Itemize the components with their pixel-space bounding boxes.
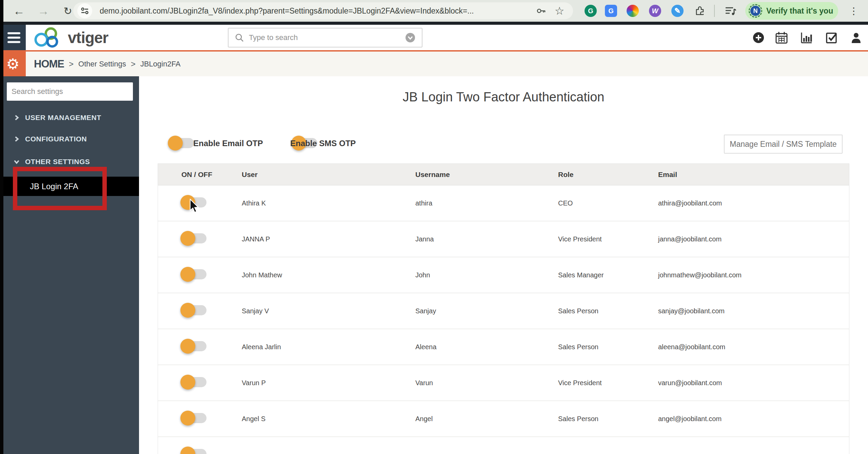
cell-email: athira@joobilant.com bbox=[658, 199, 849, 207]
back-icon[interactable]: ← bbox=[9, 0, 28, 22]
email-otp-toggle[interactable] bbox=[169, 138, 194, 148]
table-row: Aleena JarlinAleenaSales Personaleena@jo… bbox=[158, 329, 849, 365]
tasks-checkbox-icon[interactable] bbox=[822, 25, 841, 50]
settings-search-input[interactable] bbox=[7, 82, 133, 101]
url-text[interactable]: demo.joobilant.com/JBLogin2fa_V8/index.p… bbox=[100, 2, 474, 19]
google-translate-extension-icon[interactable]: G bbox=[605, 5, 617, 17]
main-content: JB Login Two Factor Authentication Enabl… bbox=[139, 76, 868, 454]
calendar-icon[interactable] bbox=[772, 25, 791, 50]
toggle-knob bbox=[180, 267, 195, 282]
chevron-right-icon bbox=[14, 136, 20, 142]
profile-avatar: N bbox=[749, 4, 762, 18]
sidebar-section-label: USER MANAGEMENT bbox=[25, 114, 101, 122]
site-info-icon[interactable] bbox=[77, 3, 92, 18]
extensions-puzzle-icon[interactable] bbox=[693, 5, 707, 17]
app-header: vtiger bbox=[0, 25, 868, 52]
row-toggle[interactable] bbox=[181, 413, 206, 423]
column-header: User bbox=[242, 171, 415, 179]
chevron-down-icon bbox=[14, 159, 20, 165]
row-toggle[interactable] bbox=[181, 233, 206, 243]
cell-role: Sales Person bbox=[558, 415, 658, 423]
sidebar-section-configuration[interactable]: CONFIGURATION bbox=[0, 131, 139, 147]
reports-chart-icon[interactable] bbox=[797, 25, 816, 50]
cell-email: angel@joobilant.com bbox=[658, 415, 849, 423]
sms-otp-label: Enable SMS OTP bbox=[290, 133, 356, 154]
vtiger-cloud-icon bbox=[31, 27, 65, 48]
sidebar-section-label: CONFIGURATION bbox=[25, 135, 87, 143]
users-2fa-table: ON / OFFUserUsernameRoleEmail Athira Kat… bbox=[158, 163, 849, 454]
cell-role: Sales Person bbox=[558, 307, 658, 315]
browser-menu-icon[interactable]: ⋮ bbox=[847, 0, 861, 22]
global-search-input[interactable] bbox=[248, 33, 405, 42]
quick-create-icon[interactable] bbox=[749, 25, 768, 50]
row-toggle[interactable] bbox=[181, 197, 206, 208]
settings-gear-icon[interactable]: ⚙ bbox=[0, 52, 26, 76]
settings-sidebar: USER MANAGEMENT CONFIGURATION OTHER SETT… bbox=[0, 76, 139, 454]
toggle-knob bbox=[180, 231, 195, 246]
row-toggle[interactable] bbox=[181, 377, 206, 387]
manage-template-button[interactable]: Manage Email / SMS Template bbox=[724, 135, 843, 154]
cell-toggle bbox=[181, 449, 242, 454]
pen-extension-icon[interactable]: ✎ bbox=[671, 5, 684, 17]
cell-username: Angel bbox=[415, 415, 558, 423]
cell-user: Angel S bbox=[242, 415, 415, 423]
table-row-partial bbox=[158, 437, 849, 454]
breadcrumb-separator: > bbox=[131, 59, 136, 69]
toolbar-separator bbox=[714, 5, 715, 17]
toggle-knob bbox=[180, 447, 195, 454]
page-title: JB Login Two Factor Authentication bbox=[158, 90, 849, 104]
table-row: John MathewJohnSales Managerjohnmathew@j… bbox=[158, 257, 849, 293]
hamburger-menu-button[interactable] bbox=[0, 25, 26, 50]
column-header: Email bbox=[658, 171, 849, 179]
search-scope-dropdown-icon[interactable] bbox=[405, 32, 416, 43]
verify-label: Verify that it's you bbox=[766, 6, 833, 16]
row-toggle[interactable] bbox=[181, 449, 206, 454]
cell-toggle bbox=[181, 341, 242, 353]
weava-extension-icon[interactable]: W bbox=[649, 5, 661, 17]
table-row: Sanjay VSanjaySales Personsanjay@joobila… bbox=[158, 293, 849, 329]
row-toggle[interactable] bbox=[181, 305, 206, 315]
bookmark-star-icon[interactable]: ☆ bbox=[552, 5, 567, 17]
screen: ← → ↻ demo.joobilant.com/JBLogin2fa_V8/i… bbox=[0, 0, 868, 454]
toggle-knob bbox=[180, 195, 195, 210]
breadcrumb-section[interactable]: Other Settings bbox=[78, 60, 126, 68]
cell-email: johnmathew@joobilant.com bbox=[658, 271, 849, 279]
address-bar[interactable]: demo.joobilant.com/JBLogin2fa_V8/index.p… bbox=[73, 2, 573, 19]
breadcrumb-separator: > bbox=[69, 59, 74, 69]
password-key-icon[interactable] bbox=[534, 5, 549, 17]
table-row: Athira KathiraCEOathira@joobilant.com bbox=[158, 185, 849, 221]
toggle-knob bbox=[180, 339, 195, 354]
otp-controls: Enable Email OTP Enable SMS OTP bbox=[139, 133, 546, 154]
table-row: Varun PVarunVice Presidentvarun@joobilan… bbox=[158, 365, 849, 401]
search-icon bbox=[235, 33, 244, 42]
breadcrumb-home[interactable]: HOME bbox=[34, 58, 64, 70]
cell-toggle bbox=[181, 305, 242, 317]
row-toggle[interactable] bbox=[181, 269, 206, 279]
screen-left-edge bbox=[0, 0, 3, 454]
table-row: JANNA PJannaVice Presidentjanna@joobilan… bbox=[158, 221, 849, 257]
user-profile-icon[interactable] bbox=[847, 25, 866, 50]
global-search-box[interactable] bbox=[228, 28, 422, 47]
verify-identity-button[interactable]: N Verify that it's you bbox=[745, 2, 838, 20]
cell-email: janna@joobilant.com bbox=[658, 235, 849, 243]
vtiger-logo[interactable]: vtiger bbox=[31, 27, 108, 48]
cell-email: varun@joobilant.com bbox=[658, 379, 849, 387]
chevron-right-icon bbox=[14, 115, 20, 121]
sidebar-section-user-management[interactable]: USER MANAGEMENT bbox=[0, 110, 139, 126]
color-wheel-extension-icon[interactable] bbox=[627, 5, 639, 17]
avatar-initial: N bbox=[750, 6, 761, 16]
red-highlight-annotation bbox=[13, 167, 107, 210]
cell-email: sanjay@joobilant.com bbox=[658, 307, 849, 315]
toggle-knob bbox=[168, 136, 183, 151]
breadcrumb-page[interactable]: JBLogin2FA bbox=[140, 60, 181, 68]
cell-toggle bbox=[181, 413, 242, 425]
forward-icon[interactable]: → bbox=[34, 0, 53, 22]
grammarly-extension-icon[interactable]: G bbox=[585, 5, 597, 17]
reading-list-icon[interactable] bbox=[723, 5, 738, 17]
toggle-knob bbox=[180, 411, 195, 426]
table-body: Athira KathiraCEOathira@joobilant.comJAN… bbox=[158, 185, 849, 454]
table-row: Angel SAngelSales Personangel@joobilant.… bbox=[158, 401, 849, 437]
row-toggle[interactable] bbox=[181, 341, 206, 351]
cell-user: Sanjay V bbox=[242, 307, 415, 315]
cell-username: Janna bbox=[415, 235, 558, 243]
